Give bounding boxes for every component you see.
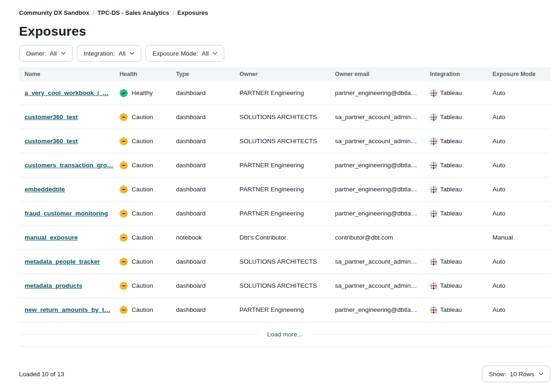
exposure-type: dashboard [170, 306, 234, 313]
exposure-owner: PARTNER Engineering [234, 186, 329, 193]
footer-bar: Loaded 10 of 13 Show: 10 Rows [19, 366, 550, 382]
exposure-type: dashboard [170, 186, 234, 193]
exposure-owner-email: sa_partner_account_admin… [329, 282, 424, 289]
chevron-down-icon [130, 52, 134, 55]
health-status-label: Caution [132, 186, 153, 193]
filter-label: Owner: [26, 50, 46, 57]
tableau-icon [430, 186, 437, 193]
column-header-type: Type [170, 71, 234, 77]
integration-label: Tableau [440, 306, 462, 313]
exposure-mode: Auto [487, 306, 550, 313]
column-header-owner-email: Owner email [329, 71, 424, 77]
integration-label: Tableau [440, 258, 462, 265]
exposure-name-link[interactable]: customer360_test [25, 114, 78, 120]
load-more-row: Load more... [19, 322, 550, 346]
show-label: Show: [489, 371, 506, 378]
page-title: Exposures [19, 24, 550, 39]
tableau-icon [430, 258, 437, 266]
exposure-owner-email: sa_partner_account_admin… [329, 138, 424, 145]
exposure-type: notebook [170, 234, 234, 241]
exposure-owner-email: partner_engineering@dbtla… [329, 162, 424, 169]
tableau-icon [430, 210, 437, 217]
divider-line [19, 334, 259, 335]
exposure-owner: PARTNER Engineering [234, 210, 329, 217]
exposure-type: dashboard [170, 210, 234, 217]
tableau-icon [430, 89, 437, 97]
chevron-down-icon [213, 52, 217, 55]
breadcrumb-item-project[interactable]: Community DX Sandbox [19, 9, 89, 16]
exposure-mode: Auto [487, 186, 550, 193]
breadcrumb-item-current: Exposures [177, 9, 208, 16]
exposure-owner: PARTNER Engineering [234, 162, 329, 169]
exposure-name-link[interactable]: fraud_customer_monitoring [25, 210, 108, 217]
exposure-owner: SOLUTIONS ARCHITECTS [234, 282, 329, 289]
health-status-label: Caution [132, 114, 153, 120]
breadcrumb-item-environment[interactable]: TPC-DS - Sales Analytics [97, 9, 169, 16]
filter-bar: Owner: All Integration: All Exposure Mod… [19, 45, 550, 62]
table-row: manual_exposure Caution notebook [19, 226, 550, 250]
exposure-owner: SOLUTIONS ARCHITECTS [234, 138, 329, 145]
exposure-name-link[interactable]: new_return_amounts_by_t… [25, 306, 110, 313]
integration-label: Tableau [440, 89, 462, 96]
exposure-name-link[interactable]: metadata_products [25, 282, 82, 289]
integration-filter-dropdown[interactable]: Integration: All [77, 45, 142, 62]
column-header-owner: Owner [234, 71, 329, 77]
chevron-down-icon [539, 373, 543, 375]
health-status-label: Caution [132, 282, 153, 289]
exposure-owner-email: partner_engineering@dbtla… [329, 306, 424, 313]
exposure-mode: Auto [487, 162, 550, 169]
exposure-type: dashboard [170, 162, 234, 169]
exposure-type: dashboard [170, 258, 234, 265]
health-status-icon [120, 258, 128, 266]
exposure-type: dashboard [170, 138, 234, 145]
health-status-icon [120, 209, 128, 218]
health-status-icon [120, 137, 128, 145]
load-more-link[interactable]: Load more... [259, 331, 311, 338]
health-status-icon [120, 89, 128, 97]
exposure-mode: Auto [487, 282, 550, 289]
table-row: a_very_cool_workbook_i_… Healthy d [19, 81, 550, 105]
health-status-label: Caution [132, 306, 153, 313]
health-status-icon [120, 185, 128, 194]
table-body: a_very_cool_workbook_i_… Healthy d [19, 81, 550, 322]
integration-label: Tableau [440, 210, 462, 217]
exposure-owner: Dbt's Contributor [234, 234, 329, 241]
exposure-name-link[interactable]: manual_exposure [25, 234, 78, 241]
exposure-name-link[interactable]: customer360_test [25, 138, 78, 145]
exposure-owner: SOLUTIONS ARCHITECTS [234, 114, 329, 120]
integration-label: Tableau [440, 114, 462, 120]
exposure-mode-filter-dropdown[interactable]: Exposure Mode: All [145, 45, 224, 62]
column-header-health: Health [114, 71, 170, 77]
divider-line [310, 334, 550, 335]
table-row: metadata_people_tracker Caution da [19, 250, 550, 274]
table-row: customer360_test Caution dashboard [19, 105, 550, 129]
health-status-icon [120, 234, 128, 242]
integration-label: Tableau [440, 186, 462, 193]
table-row: customers_transaction_gro… Caution [19, 153, 550, 177]
exposure-name-link[interactable]: a_very_cool_workbook_i_… [25, 89, 109, 96]
tableau-icon [430, 114, 437, 121]
loaded-count-text: Loaded 10 of 13 [19, 371, 64, 378]
chevron-down-icon [61, 52, 66, 55]
tableau-icon [430, 306, 437, 314]
exposure-type: dashboard [170, 89, 234, 96]
integration-label: Tableau [440, 138, 462, 145]
exposure-mode: Auto [487, 89, 550, 96]
column-header-name: Name [19, 71, 114, 77]
tableau-icon [430, 282, 437, 290]
filter-value: All [202, 50, 208, 57]
show-value: 10 Rows [510, 371, 534, 378]
filter-value: All [119, 50, 126, 57]
show-rows-dropdown[interactable]: Show: 10 Rows [482, 366, 550, 382]
owner-filter-dropdown[interactable]: Owner: All [19, 45, 73, 62]
exposure-owner: PARTNER Engineering [234, 89, 329, 96]
health-status-label: Caution [132, 138, 153, 145]
exposure-name-link[interactable]: customers_transaction_gro… [25, 162, 113, 169]
table-row: customer360_test Caution dashboard [19, 129, 550, 153]
filter-label: Integration: [84, 50, 115, 57]
exposure-name-link[interactable]: metadata_people_tracker [25, 258, 100, 265]
breadcrumb-separator: / [93, 9, 95, 16]
exposures-page: Community DX Sandbox / TPC-DS - Sales An… [0, 0, 555, 382]
exposure-name-link[interactable]: embeddedtile [25, 186, 65, 193]
exposure-owner: PARTNER Engineering [234, 306, 329, 313]
